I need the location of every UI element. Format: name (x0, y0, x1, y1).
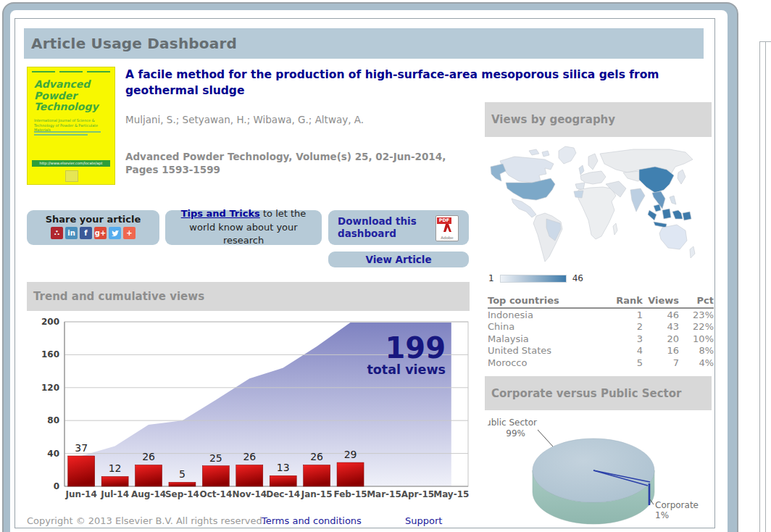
map-country-new-zealand (690, 246, 695, 258)
top-countries-header-row: Top countries Rank Views Pct (488, 295, 714, 309)
support-link[interactable]: Support (405, 515, 442, 526)
corporate-section-header: Corporate versus Public Sector (485, 376, 712, 410)
share-your-article-box: Share your article ∴infg++ (27, 210, 159, 245)
download-label: Download this dashboard (338, 215, 417, 240)
trend-section-header: Trend and cumulative views (27, 282, 470, 311)
trend-cumulative-chart: 0408012016020037122652526132629Jun-14Jul… (21, 315, 485, 504)
bar-value-Oct-14: 25 (209, 452, 222, 464)
x-label-Aug-14: Aug-14 (131, 489, 166, 499)
bar-value-Jun-14: 37 (75, 442, 88, 454)
tips-and-tricks-link[interactable]: Tips and Tricks (181, 208, 260, 219)
view-article-label: View Article (365, 254, 431, 265)
y-tick-40: 40 (47, 449, 59, 459)
bar-value-Jan-15: 26 (310, 451, 323, 462)
dashboard-header-bar: Article Usage Dashboard (24, 28, 704, 59)
article-source: Advanced Powder Technology, Volume(s) 25… (125, 150, 480, 176)
x-label-Nov-14: Nov-14 (232, 489, 267, 499)
bar-Aug-14 (136, 465, 162, 486)
col-views: Views (643, 295, 679, 306)
map-country-africa (578, 187, 616, 239)
cover-journal-subtitle: International Journal of Science & Techn… (34, 118, 107, 133)
bar-Oct-14 (202, 466, 229, 486)
map-country-indonesia (654, 222, 667, 228)
cover-text-lines (34, 131, 101, 137)
map-country-indonesia (662, 209, 671, 219)
x-label-Feb-15: Feb-15 (333, 489, 367, 499)
map-country-alaska (491, 164, 506, 181)
bar-value-Sep-14: 5 (179, 468, 186, 480)
geography-section-header: Views by geography (485, 102, 712, 137)
map-country-india (630, 188, 645, 212)
page-title: Article Usage Dashboard (24, 35, 237, 52)
geography-section-title: Views by geography (485, 113, 615, 126)
addthis-icon[interactable]: + (123, 227, 136, 239)
map-country-indonesia (672, 210, 683, 219)
map-country-australia (659, 225, 687, 249)
article-usage-dashboard-page: Article Usage Dashboard Advanced Powder … (0, 0, 771, 532)
x-label-Dec-14: Dec-14 (266, 489, 300, 499)
article-title: A facile method for the production of hi… (125, 67, 705, 99)
map-country-canada (542, 151, 549, 157)
twitter-icon[interactable] (109, 227, 121, 239)
table-row: Morocco574% (488, 357, 714, 369)
share-label: Share your article (27, 214, 159, 225)
col-top-countries: Top countries (488, 295, 610, 306)
bar-Jun-14 (68, 456, 95, 486)
col-rank: Rank (610, 295, 643, 306)
pdf-adobe-icon: PDF Adobe (435, 215, 459, 241)
world-choropleth-map (488, 142, 700, 269)
background-panel-edge-line (765, 41, 766, 532)
map-country-europe (580, 171, 606, 184)
legend-gradient-bar (500, 275, 567, 283)
facebook-icon[interactable]: f (80, 227, 92, 239)
bar-Dec-14 (270, 475, 296, 486)
table-row: Indonesia14623% (488, 309, 714, 321)
map-country-canada (500, 157, 554, 183)
bar-value-Dec-14: 13 (277, 462, 290, 473)
download-dashboard-button[interactable]: Download this dashboard PDF Adobe (328, 210, 469, 245)
total-views-label: total views (367, 362, 446, 377)
x-label-Jan-15: Jan-15 (301, 489, 333, 499)
cover-masthead (32, 71, 110, 74)
cover-journal-url: http://www.elsevier.com/locate/apt (32, 160, 110, 167)
corporate-label: Corporate (655, 500, 699, 510)
y-tick-80: 80 (47, 415, 59, 425)
legend-min: 1 (488, 273, 494, 283)
public-sector-leader-line (538, 430, 553, 446)
y-tick-0: 0 (54, 481, 59, 491)
corporate-pct: 1% (655, 510, 669, 520)
x-label-Jul-14: Jul-14 (100, 489, 129, 499)
elsevier-logo (65, 170, 78, 182)
tips-and-tricks-box: Tips and Tricks to let the world know ab… (165, 210, 322, 245)
bar-value-Aug-14: 26 (142, 451, 155, 462)
top-countries-table: Top countries Rank Views Pct Indonesia14… (488, 295, 714, 369)
table-row: Malaysia32010% (488, 333, 714, 345)
mendeley-icon[interactable]: ∴ (51, 227, 63, 239)
bar-Jan-15 (304, 465, 330, 486)
map-country-indonesia (648, 210, 657, 220)
dashboard-panel: Article Usage Dashboard Advanced Powder … (14, 18, 715, 528)
map-country-uk (579, 165, 584, 175)
map-legend: 1 46 (488, 273, 583, 283)
y-tick-120: 120 (41, 383, 59, 393)
googleplus-icon[interactable]: g+ (94, 227, 107, 239)
col-pct: Pct (679, 295, 714, 306)
x-label-Mar-15: Mar-15 (367, 489, 401, 499)
bar-Feb-15 (337, 462, 364, 486)
bar-Nov-14 (236, 465, 263, 486)
terms-and-conditions-link[interactable]: Terms and conditions (262, 515, 362, 526)
x-label-May-15: May-15 (433, 489, 469, 499)
tips-text: Tips and Tricks to let the world know ab… (172, 207, 315, 249)
table-row: China24322% (488, 321, 714, 333)
public-sector-pct: 99% (506, 428, 525, 439)
linkedin-icon[interactable]: in (65, 227, 78, 239)
bar-Sep-14 (169, 482, 196, 486)
view-article-button[interactable]: View Article (328, 252, 469, 267)
map-country-europe (588, 154, 598, 170)
y-tick-160: 160 (41, 349, 59, 359)
sector-pie-chart: Public Sector 99% Corporate 1% (488, 414, 712, 530)
bar-value-Feb-15: 29 (344, 449, 357, 460)
total-views-value: 199 (386, 331, 446, 365)
corporate-section-title: Corporate versus Public Sector (485, 387, 682, 400)
cover-journal-title: Advanced Powder Technology (34, 79, 103, 113)
